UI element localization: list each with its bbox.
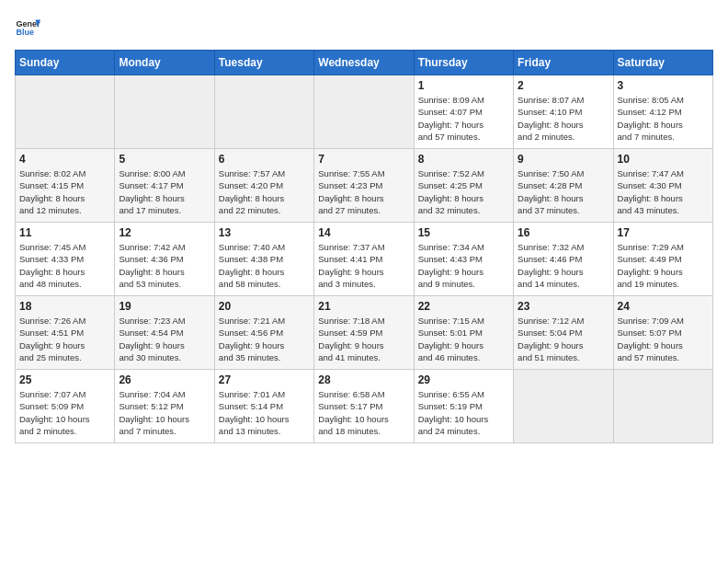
day-info: Sunrise: 7:42 AM Sunset: 4:36 PM Dayligh… <box>119 241 210 290</box>
calendar-cell: 14Sunrise: 7:37 AM Sunset: 4:41 PM Dayli… <box>314 223 414 296</box>
day-number: 29 <box>418 373 509 386</box>
day-number: 16 <box>518 226 609 239</box>
day-info: Sunrise: 6:58 AM Sunset: 5:17 PM Dayligh… <box>318 388 409 437</box>
day-info: Sunrise: 8:09 AM Sunset: 4:07 PM Dayligh… <box>418 94 509 143</box>
day-info: Sunrise: 7:09 AM Sunset: 5:07 PM Dayligh… <box>618 315 709 363</box>
day-info: Sunrise: 7:15 AM Sunset: 5:01 PM Dayligh… <box>418 315 509 363</box>
calendar-cell: 18Sunrise: 7:26 AM Sunset: 4:51 PM Dayli… <box>16 296 115 370</box>
svg-text:Blue: Blue <box>16 28 34 37</box>
day-number: 10 <box>618 153 709 166</box>
calendar-cell: 9Sunrise: 7:50 AM Sunset: 4:28 PM Daylig… <box>514 149 613 223</box>
day-info: Sunrise: 7:45 AM Sunset: 4:33 PM Dayligh… <box>19 241 110 290</box>
week-row-2: 4Sunrise: 8:02 AM Sunset: 4:15 PM Daylig… <box>16 149 713 223</box>
day-number: 19 <box>119 300 210 313</box>
day-number: 21 <box>318 300 409 313</box>
col-sunday: Sunday <box>16 51 115 75</box>
calendar-cell: 27Sunrise: 7:01 AM Sunset: 5:14 PM Dayli… <box>214 370 313 443</box>
day-info: Sunrise: 7:04 AM Sunset: 5:12 PM Dayligh… <box>119 388 210 437</box>
calendar-cell: 26Sunrise: 7:04 AM Sunset: 5:12 PM Dayli… <box>115 370 214 443</box>
day-info: Sunrise: 7:57 AM Sunset: 4:20 PM Dayligh… <box>219 167 310 216</box>
day-number: 27 <box>219 373 310 386</box>
calendar-cell: 10Sunrise: 7:47 AM Sunset: 4:30 PM Dayli… <box>613 149 712 223</box>
day-number: 2 <box>518 79 609 92</box>
calendar-cell: 29Sunrise: 6:55 AM Sunset: 5:19 PM Dayli… <box>414 370 513 443</box>
calendar-cell: 5Sunrise: 8:00 AM Sunset: 4:17 PM Daylig… <box>115 149 214 223</box>
day-number: 18 <box>19 300 110 313</box>
day-info: Sunrise: 6:55 AM Sunset: 5:19 PM Dayligh… <box>418 388 509 437</box>
calendar-cell <box>314 75 414 149</box>
calendar-cell: 15Sunrise: 7:34 AM Sunset: 4:43 PM Dayli… <box>414 223 513 296</box>
day-info: Sunrise: 7:40 AM Sunset: 4:38 PM Dayligh… <box>219 241 310 290</box>
day-number: 28 <box>318 373 409 386</box>
day-number: 5 <box>119 153 210 166</box>
calendar-cell: 8Sunrise: 7:52 AM Sunset: 4:25 PM Daylig… <box>414 149 513 223</box>
day-info: Sunrise: 7:18 AM Sunset: 4:59 PM Dayligh… <box>318 315 409 363</box>
col-tuesday: Tuesday <box>214 51 313 75</box>
day-number: 13 <box>219 226 310 239</box>
calendar-cell: 13Sunrise: 7:40 AM Sunset: 4:38 PM Dayli… <box>214 223 313 296</box>
day-number: 23 <box>518 300 609 313</box>
day-info: Sunrise: 7:21 AM Sunset: 4:56 PM Dayligh… <box>219 315 310 363</box>
day-number: 15 <box>418 226 509 239</box>
week-row-3: 11Sunrise: 7:45 AM Sunset: 4:33 PM Dayli… <box>16 223 713 296</box>
day-number: 6 <box>219 153 310 166</box>
day-number: 14 <box>318 226 409 239</box>
calendar-cell: 19Sunrise: 7:23 AM Sunset: 4:54 PM Dayli… <box>115 296 214 370</box>
page-header: General Blue <box>15 15 713 40</box>
day-number: 17 <box>618 226 709 239</box>
col-wednesday: Wednesday <box>314 51 414 75</box>
calendar-cell: 6Sunrise: 7:57 AM Sunset: 4:20 PM Daylig… <box>214 149 313 223</box>
day-info: Sunrise: 7:34 AM Sunset: 4:43 PM Dayligh… <box>418 241 509 290</box>
calendar-cell: 22Sunrise: 7:15 AM Sunset: 5:01 PM Dayli… <box>414 296 513 370</box>
day-number: 4 <box>19 153 110 166</box>
day-info: Sunrise: 7:50 AM Sunset: 4:28 PM Dayligh… <box>518 167 609 216</box>
day-info: Sunrise: 7:37 AM Sunset: 4:41 PM Dayligh… <box>318 241 409 290</box>
week-row-1: 1Sunrise: 8:09 AM Sunset: 4:07 PM Daylig… <box>16 75 713 149</box>
col-thursday: Thursday <box>414 51 513 75</box>
calendar-table: Sunday Monday Tuesday Wednesday Thursday… <box>15 50 713 443</box>
calendar-cell: 12Sunrise: 7:42 AM Sunset: 4:36 PM Dayli… <box>115 223 214 296</box>
calendar-cell <box>613 370 712 443</box>
calendar-cell: 3Sunrise: 8:05 AM Sunset: 4:12 PM Daylig… <box>613 75 712 149</box>
day-number: 9 <box>518 153 609 166</box>
col-saturday: Saturday <box>613 51 712 75</box>
calendar-cell: 17Sunrise: 7:29 AM Sunset: 4:49 PM Dayli… <box>613 223 712 296</box>
day-info: Sunrise: 7:01 AM Sunset: 5:14 PM Dayligh… <box>219 388 310 437</box>
calendar-cell: 7Sunrise: 7:55 AM Sunset: 4:23 PM Daylig… <box>314 149 414 223</box>
day-info: Sunrise: 7:55 AM Sunset: 4:23 PM Dayligh… <box>318 167 409 216</box>
day-number: 12 <box>119 226 210 239</box>
day-info: Sunrise: 7:52 AM Sunset: 4:25 PM Dayligh… <box>418 167 509 216</box>
day-info: Sunrise: 7:29 AM Sunset: 4:49 PM Dayligh… <box>618 241 709 290</box>
day-info: Sunrise: 8:02 AM Sunset: 4:15 PM Dayligh… <box>19 167 110 216</box>
calendar-cell: 11Sunrise: 7:45 AM Sunset: 4:33 PM Dayli… <box>16 223 115 296</box>
day-number: 7 <box>318 153 409 166</box>
logo-icon: General Blue <box>15 15 40 40</box>
logo: General Blue <box>15 15 44 40</box>
day-info: Sunrise: 7:12 AM Sunset: 5:04 PM Dayligh… <box>518 315 609 363</box>
day-number: 20 <box>219 300 310 313</box>
calendar-cell <box>115 75 214 149</box>
calendar-header: Sunday Monday Tuesday Wednesday Thursday… <box>16 51 713 75</box>
day-info: Sunrise: 7:47 AM Sunset: 4:30 PM Dayligh… <box>618 167 709 216</box>
day-info: Sunrise: 8:00 AM Sunset: 4:17 PM Dayligh… <box>119 167 210 216</box>
calendar-cell <box>16 75 115 149</box>
calendar-cell: 23Sunrise: 7:12 AM Sunset: 5:04 PM Dayli… <box>514 296 613 370</box>
calendar-cell: 1Sunrise: 8:09 AM Sunset: 4:07 PM Daylig… <box>414 75 513 149</box>
col-monday: Monday <box>115 51 214 75</box>
calendar-cell <box>514 370 613 443</box>
day-number: 11 <box>19 226 110 239</box>
day-number: 1 <box>418 79 509 92</box>
day-info: Sunrise: 7:26 AM Sunset: 4:51 PM Dayligh… <box>19 315 110 363</box>
day-info: Sunrise: 8:07 AM Sunset: 4:10 PM Dayligh… <box>518 94 609 143</box>
day-info: Sunrise: 7:23 AM Sunset: 4:54 PM Dayligh… <box>119 315 210 363</box>
week-row-4: 18Sunrise: 7:26 AM Sunset: 4:51 PM Dayli… <box>16 296 713 370</box>
calendar-cell: 28Sunrise: 6:58 AM Sunset: 5:17 PM Dayli… <box>314 370 414 443</box>
calendar-cell: 20Sunrise: 7:21 AM Sunset: 4:56 PM Dayli… <box>214 296 313 370</box>
calendar-cell: 21Sunrise: 7:18 AM Sunset: 4:59 PM Dayli… <box>314 296 414 370</box>
day-number: 3 <box>618 79 709 92</box>
day-number: 25 <box>19 373 110 386</box>
calendar-cell: 2Sunrise: 8:07 AM Sunset: 4:10 PM Daylig… <box>514 75 613 149</box>
day-info: Sunrise: 8:05 AM Sunset: 4:12 PM Dayligh… <box>618 94 709 143</box>
calendar-cell: 16Sunrise: 7:32 AM Sunset: 4:46 PM Dayli… <box>514 223 613 296</box>
day-info: Sunrise: 7:32 AM Sunset: 4:46 PM Dayligh… <box>518 241 609 290</box>
